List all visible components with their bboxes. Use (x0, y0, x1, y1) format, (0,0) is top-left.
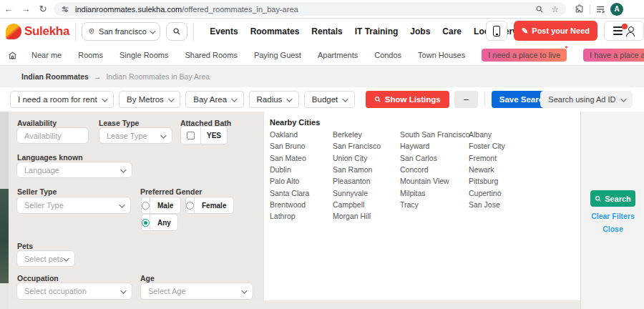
subnav-item-single-rooms[interactable]: Single Rooms (119, 51, 168, 59)
city-link[interactable]: Union City (333, 152, 400, 164)
city-link[interactable]: Mountain View (400, 175, 469, 187)
mobile-app-button[interactable] (486, 21, 507, 41)
radio-icon[interactable] (142, 202, 150, 210)
need-place-cta-button[interactable]: I need a place to live✶ (482, 49, 567, 62)
show-listings-button[interactable]: Show Listings (366, 91, 449, 108)
collapse-filters-button[interactable]: − (454, 91, 478, 108)
breadcrumb-arrow: → (94, 72, 102, 81)
sulekha-logo[interactable]: Sulekha (6, 24, 69, 39)
nav-item-jobs[interactable]: Jobs (410, 26, 430, 36)
close-link[interactable]: Close (581, 225, 644, 233)
lease-type-select[interactable]: Lease Type (99, 127, 172, 144)
city-link[interactable]: San Francisco (333, 140, 400, 152)
languages-select[interactable]: Language (16, 162, 132, 178)
nav-item-roommates[interactable]: Roommates (250, 26, 300, 36)
city-link[interactable]: Lathrop (270, 210, 333, 222)
gender-option-any[interactable]: Any (141, 214, 178, 231)
nav-item-it-training[interactable]: IT Training (355, 26, 399, 36)
chevron-down-icon (168, 96, 174, 102)
room-type-dropdown[interactable]: I need a room for rent (10, 91, 114, 108)
gender-option-female[interactable]: Female (185, 197, 234, 214)
city-link[interactable]: Hayward (400, 140, 469, 152)
city-link[interactable]: Tracy (400, 199, 469, 210)
subnav-item-shared-rooms[interactable]: Shared Rooms (185, 51, 238, 59)
nav-item-care[interactable]: Care (442, 26, 462, 36)
languages-label: Languages known (17, 153, 83, 162)
city-link[interactable]: San Bruno (270, 140, 333, 152)
lease-type-label: Lease Type (99, 119, 139, 127)
city-link[interactable]: Dublin (270, 164, 333, 175)
clear-filters-link[interactable]: Clear Filters (581, 212, 644, 220)
city-link[interactable]: Campbell (333, 199, 400, 210)
city-link[interactable]: Sunnyvale (333, 187, 400, 198)
subnav-item-near-me[interactable]: Near me (31, 51, 62, 59)
seller-type-select[interactable]: Seller Type (16, 197, 131, 214)
radio-selected-icon[interactable] (142, 219, 150, 227)
subnav-item-town-houses[interactable]: Town Houses (418, 51, 465, 59)
subnav-item-rooms[interactable]: Rooms (78, 51, 103, 59)
city-link[interactable]: Palo Alto (270, 175, 333, 187)
city-link[interactable]: San Jose (469, 199, 533, 210)
search-icon (172, 27, 181, 36)
city-link[interactable]: Albany (469, 129, 533, 140)
checkbox-icon[interactable] (187, 132, 195, 139)
post-your-need-button[interactable]: ✎ Post your Need (514, 21, 597, 41)
sparkle-icon: ✶ (564, 44, 569, 51)
search-icon (374, 96, 381, 103)
availability-input[interactable] (16, 127, 89, 144)
age-select[interactable]: Select Age (140, 283, 253, 300)
city-link[interactable]: San Ramon (333, 164, 400, 175)
forward-icon[interactable]: → (17, 4, 34, 14)
back-icon[interactable]: ← (0, 4, 17, 14)
area-dropdown[interactable]: Bay Area (185, 91, 243, 108)
city-link[interactable]: Morgan Hill (333, 210, 400, 222)
city-link[interactable]: Fremont (469, 152, 533, 164)
breadcrumb-root[interactable]: Indian Roommates (21, 72, 89, 81)
by-metros-dropdown[interactable]: By Metros (119, 91, 180, 108)
city-link[interactable]: San Carlos (400, 152, 469, 164)
subnav-item-condos[interactable]: Condos (374, 51, 401, 59)
search-button[interactable]: Search (590, 190, 635, 207)
city-link[interactable]: Oakland (270, 129, 333, 140)
nav-item-events[interactable]: Events (210, 26, 238, 36)
radius-dropdown[interactable]: Radius (249, 91, 299, 108)
address-bar[interactable]: indianroommates.sulekha.com/offered_room… (54, 2, 566, 16)
extensions-icon[interactable] (575, 4, 584, 14)
site-info-icon[interactable] (61, 5, 69, 14)
city-link[interactable]: Milpitas (400, 187, 469, 198)
city-link[interactable]: Pleasanton (333, 175, 400, 187)
attached-bath-toggle[interactable]: YES (180, 126, 228, 144)
subnav-item-apartments[interactable]: Apartments (318, 51, 358, 59)
city-link[interactable]: Foster City (469, 140, 533, 152)
city-link[interactable]: Pittsburg (469, 175, 533, 187)
city-link[interactable]: San Mateo (270, 152, 333, 164)
hamburger-profile-button[interactable] (604, 21, 644, 41)
bookmark-star-icon[interactable]: ☆ (551, 4, 559, 14)
nav-item-rentals[interactable]: Rentals (311, 26, 342, 36)
radio-icon[interactable] (186, 202, 194, 210)
side-panel-icon[interactable] (596, 5, 606, 14)
city-link[interactable]: Brentwood (270, 199, 333, 210)
chevron-down-icon (119, 202, 125, 207)
gender-option-male[interactable]: Male (141, 197, 181, 214)
header-search-button[interactable] (166, 22, 187, 41)
city-link[interactable]: Berkeley (333, 129, 400, 140)
city-link[interactable]: Cupertino (469, 187, 533, 198)
home-icon[interactable] (8, 50, 17, 63)
city-link[interactable]: Concord (400, 164, 469, 175)
page-background-strip (0, 112, 9, 309)
search-ad-id-dropdown[interactable]: Search using Ad ID (540, 91, 633, 108)
city-link[interactable]: South San Francisco (400, 129, 469, 140)
subnav-item-paying-guest[interactable]: Paying Guest (254, 51, 301, 59)
reload-icon[interactable]: ↻ (34, 4, 52, 14)
zoom-icon[interactable] (535, 5, 544, 14)
pets-select[interactable]: Select pets (16, 250, 75, 267)
have-place-cta-button[interactable]: I have a place available✶ (583, 49, 644, 62)
profile-avatar[interactable]: A (610, 3, 623, 16)
location-selector[interactable]: San francisco (82, 22, 160, 41)
city-link[interactable]: Santa Clara (270, 187, 333, 198)
city-link[interactable]: Newark (469, 164, 533, 175)
budget-dropdown[interactable]: Budget (304, 91, 355, 108)
occupation-select[interactable]: Select occupation (16, 283, 132, 300)
divider (193, 22, 194, 41)
